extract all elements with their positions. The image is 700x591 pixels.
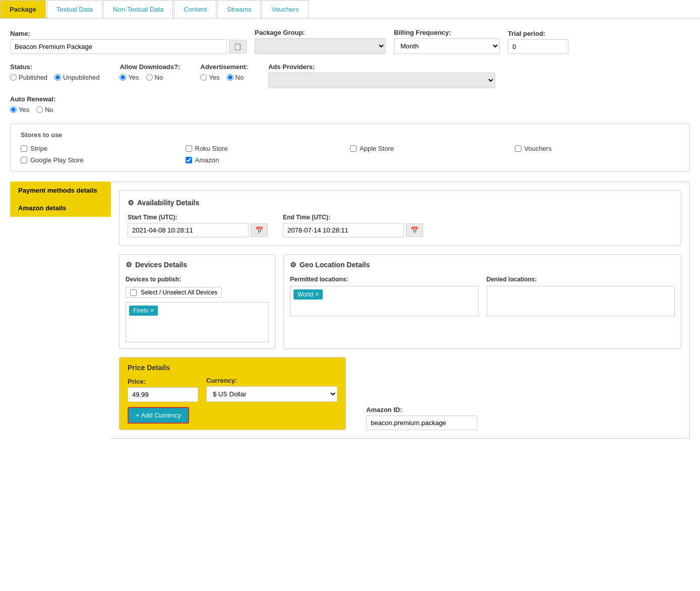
start-time-label: Start Time (UTC):: [128, 214, 268, 221]
store-stripe-checkbox[interactable]: [21, 145, 27, 152]
permitted-col: Permitted locations: World ×: [290, 276, 479, 316]
allow-downloads-yes-text: Yes: [128, 74, 139, 81]
allow-downloads-no-option[interactable]: No: [146, 74, 163, 81]
allow-downloads-yes-radio[interactable]: [120, 74, 126, 81]
device-tag-firetv-label: Firetv: [133, 307, 148, 314]
auto-renewal-no-radio[interactable]: [36, 106, 43, 113]
devices-geo-row: ⚙ Devices Details Devices to publish: Se…: [119, 254, 681, 349]
tab-vouchers[interactable]: Vouchers: [262, 0, 308, 18]
trial-period-label: Trial period:: [508, 30, 568, 37]
auto-renewal-group: Auto Renewal: Yes No: [10, 95, 690, 113]
auto-renewal-no-option[interactable]: No: [36, 106, 53, 113]
name-label: Name:: [10, 30, 247, 37]
location-tag-world-close[interactable]: ×: [315, 291, 319, 298]
add-currency-button[interactable]: + Add Currency: [128, 407, 189, 424]
amazon-details-tab-btn[interactable]: Amazon details: [10, 199, 111, 217]
store-google-checkbox[interactable]: [21, 157, 27, 163]
store-amazon-checkbox[interactable]: [186, 157, 192, 163]
status-group: Status: Published Unpublished: [10, 63, 99, 81]
auto-renewal-yes-text: Yes: [19, 106, 29, 113]
store-vouchers-label: Vouchers: [524, 145, 552, 152]
amazon-id-input[interactable]: [366, 416, 477, 430]
status-published-radio[interactable]: [10, 74, 17, 81]
currency-group: Currency: $ US Dollar € Euro: [206, 377, 337, 402]
advertisement-no-text: No: [236, 74, 244, 81]
end-time-calendar-button[interactable]: 📅: [406, 223, 423, 237]
price-section: Price Details Price: Currency: $ US Doll…: [119, 357, 346, 430]
store-roku-checkbox[interactable]: [186, 145, 192, 152]
end-time-input[interactable]: [283, 223, 404, 238]
price-section-title: Price Details: [128, 364, 337, 372]
store-roku: Roku Store: [186, 145, 351, 152]
calendar-icon-2: 📅: [411, 226, 419, 234]
devices-publish-label: Devices to publish:: [126, 276, 269, 283]
tab-textual-data[interactable]: Textual Data: [47, 0, 102, 18]
payment-methods-tab-btn[interactable]: Payment methods details: [10, 182, 111, 199]
currency-select[interactable]: $ US Dollar € Euro: [206, 386, 337, 402]
price-group: Price:: [128, 378, 198, 402]
allow-downloads-yes-option[interactable]: Yes: [120, 74, 139, 81]
denied-label: Denied locations:: [487, 276, 675, 283]
trial-period-group: Trial period:: [508, 30, 568, 54]
price-label: Price:: [128, 378, 198, 385]
status-radio-group: Published Unpublished: [10, 74, 99, 81]
auto-renewal-yes-radio[interactable]: [10, 106, 17, 113]
status-published-option[interactable]: Published: [10, 74, 47, 81]
advertisement-no-radio[interactable]: [227, 74, 234, 81]
geo-section: ⚙ Geo Location Details Permitted locatio…: [283, 254, 681, 349]
status-label: Status:: [10, 63, 99, 71]
advertisement-no-option[interactable]: No: [227, 74, 244, 81]
name-input[interactable]: [10, 39, 227, 54]
geo-inner: Permitted locations: World × Denied loca…: [290, 276, 675, 316]
package-group-select[interactable]: [255, 38, 386, 54]
name-row: Name: 📋 Package Group: Billing Frequency…: [10, 29, 690, 54]
availability-gear-icon: ⚙: [128, 199, 134, 207]
store-google: Google Play Store: [21, 156, 186, 164]
price-fields-row: Price: Currency: $ US Dollar € Euro: [128, 377, 337, 402]
location-tag-world: World ×: [294, 289, 323, 300]
tab-streams[interactable]: Streams: [217, 0, 261, 18]
end-time-label: End Time (UTC):: [283, 214, 423, 221]
status-unpublished-text: Unpublished: [63, 74, 99, 81]
tab-content[interactable]: Content: [174, 0, 216, 18]
store-amazon-label: Amazon: [195, 156, 219, 164]
status-published-text: Published: [19, 74, 47, 81]
amazon-id-section: Amazon ID:: [366, 406, 477, 430]
ads-providers-select[interactable]: [268, 73, 495, 88]
store-vouchers: Vouchers: [515, 145, 680, 152]
tab-package[interactable]: Package: [0, 0, 46, 18]
store-apple-checkbox[interactable]: [350, 145, 357, 152]
select-unselect-button[interactable]: Select / Unselect All Devices: [126, 287, 222, 298]
advertisement-yes-option[interactable]: Yes: [200, 74, 219, 81]
allow-downloads-no-radio[interactable]: [146, 74, 153, 81]
price-input[interactable]: [128, 387, 198, 402]
store-vouchers-checkbox[interactable]: [515, 145, 521, 152]
device-tag-firetv-close[interactable]: ×: [150, 307, 154, 314]
stores-grid: Stripe Roku Store Apple Store Vouchers G…: [21, 145, 679, 164]
start-time-input[interactable]: [128, 223, 249, 238]
auto-renewal-yes-option[interactable]: Yes: [10, 106, 29, 113]
tab-non-textual-data[interactable]: Non-Textual Data: [103, 0, 173, 18]
advertisement-radio-group: Yes No: [200, 74, 248, 81]
end-time-group: End Time (UTC): 📅: [283, 214, 423, 238]
payment-tabs-row: Payment methods details Amazon details ⚙…: [10, 182, 690, 439]
currency-label: Currency:: [206, 377, 337, 384]
status-unpublished-radio[interactable]: [54, 74, 61, 81]
copy-button[interactable]: 📋: [229, 40, 247, 53]
amazon-panel: ⚙ Availability Details Start Time (UTC):…: [111, 182, 690, 439]
billing-frequency-select[interactable]: Month Year: [394, 38, 500, 54]
availability-title: ⚙ Availability Details: [128, 199, 673, 207]
denied-col: Denied locations:: [487, 276, 675, 316]
start-time-calendar-button[interactable]: 📅: [251, 223, 268, 237]
select-unselect-checkbox[interactable]: [130, 289, 137, 296]
advertisement-yes-radio[interactable]: [200, 74, 207, 81]
location-tag-world-label: World: [298, 291, 313, 298]
store-google-label: Google Play Store: [30, 156, 84, 164]
store-stripe: Stripe: [21, 145, 186, 152]
billing-frequency-group: Billing Frequency: Month Year: [394, 29, 500, 54]
advertisement-yes-text: Yes: [209, 74, 219, 81]
trial-period-input[interactable]: [508, 39, 568, 54]
package-group-group: Package Group:: [255, 29, 386, 54]
status-unpublished-option[interactable]: Unpublished: [54, 74, 99, 81]
stores-title: Stores to use: [21, 131, 679, 139]
